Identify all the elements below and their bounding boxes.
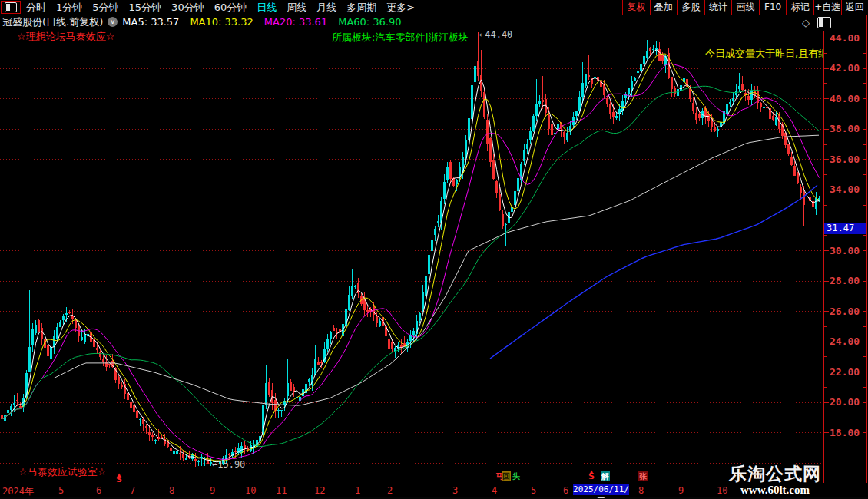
price-label-34.00: 34.00 bbox=[830, 183, 860, 195]
price-label-26.00: 26.00 bbox=[830, 306, 860, 317]
price-label-36.00: 36.00 bbox=[830, 154, 860, 165]
sell-signal-S: ▲S bbox=[116, 473, 122, 482]
panel-toggle-icon[interactable] bbox=[817, 17, 831, 28]
low-price-label: ←15.90 bbox=[212, 459, 245, 470]
month-label-7: 7 bbox=[130, 485, 135, 496]
period-tab-周线[interactable]: 周线 bbox=[287, 0, 306, 15]
volume-note: 今日成交量大于昨日,且有继续 bbox=[705, 47, 823, 61]
watermark: 乐淘公式网 www.60lt.com bbox=[724, 464, 827, 496]
month-label-5: 5 bbox=[531, 485, 536, 496]
sell-signal-S: ▲S bbox=[588, 470, 595, 479]
period-tab-60分钟[interactable]: 60分钟 bbox=[214, 0, 247, 15]
toolbar-button-标记[interactable]: 标记 bbox=[786, 0, 813, 15]
period-tab-日线[interactable]: 日线 bbox=[257, 0, 277, 15]
month-label-9: 9 bbox=[210, 485, 215, 496]
month-label-9: 9 bbox=[678, 485, 684, 496]
toolbar-button-画线[interactable]: 画线 bbox=[731, 0, 759, 15]
info-bar: 冠盛股份(日线.前复权) v MA5: 33.57MA10: 33.32MA20… bbox=[0, 15, 868, 29]
toolbar-button-+自选[interactable]: +自选 bbox=[813, 0, 841, 15]
period-tab-分时[interactable]: 分时 bbox=[26, 0, 46, 15]
ma-values: MA5: 33.57MA10: 33.32MA20: 33.61MA60: 36… bbox=[122, 16, 412, 28]
forum-banner-top: ☆理想论坛马泰效应☆ bbox=[17, 30, 114, 44]
corner-icons: ◇ bbox=[802, 17, 831, 28]
month-label-5: 5 bbox=[58, 485, 64, 496]
month-label-2024年: 2024年 bbox=[2, 485, 34, 498]
price-label-42.00: 42.00 bbox=[830, 62, 860, 74]
board-info: 所属板块:汽车零部件|浙江板块 bbox=[332, 31, 469, 45]
month-label-1: 1 bbox=[355, 485, 360, 496]
toolbar-buttons: 复权叠加多股统计画线F10标记+自选返回 bbox=[622, 0, 868, 15]
signal-box-hui: 回 bbox=[502, 471, 511, 481]
price-label-30.00: 30.00 bbox=[830, 245, 860, 256]
split-panel-icon[interactable] bbox=[1, 1, 21, 14]
toolbar-button-F10[interactable]: F10 bbox=[759, 0, 787, 15]
watermark-title: 乐淘公式网 bbox=[724, 464, 827, 484]
period-tab-多周期[interactable]: 多周期 bbox=[346, 0, 376, 15]
price-label-24.00: 24.00 bbox=[830, 335, 860, 347]
price-label-44.00: 44.00 bbox=[830, 32, 860, 44]
price-label-18.00: 18.00 bbox=[830, 427, 860, 438]
month-label-11: 11 bbox=[276, 485, 287, 496]
period-tab-月线[interactable]: 月线 bbox=[316, 0, 336, 15]
price-label-20.00: 20.00 bbox=[830, 396, 860, 408]
stock-chart-app: 分时1分钟5分钟15分钟30分钟60分钟日线周线月线多周期更多> 复权叠加多股统… bbox=[0, 0, 868, 499]
period-tab-1分钟[interactable]: 1分钟 bbox=[56, 0, 82, 15]
toolbar-button-多股[interactable]: 多股 bbox=[677, 0, 704, 15]
toolbar-button-叠加[interactable]: 叠加 bbox=[650, 0, 678, 15]
peak-price-label: ←44.40 bbox=[479, 29, 512, 40]
chevron-down-circle-icon[interactable]: v bbox=[108, 17, 118, 27]
month-label-8: 8 bbox=[638, 485, 644, 496]
crosshair-date-box: 2025/06/11/三 bbox=[573, 484, 629, 495]
price-label-22.00: 22.00 bbox=[830, 366, 860, 378]
signal-box-jie: 解 bbox=[601, 471, 610, 481]
period-tab-15分钟[interactable]: 15分钟 bbox=[129, 0, 162, 15]
price-label-40.00: 40.00 bbox=[830, 93, 860, 104]
period-tab-30分钟[interactable]: 30分钟 bbox=[171, 0, 204, 15]
diamond-icon[interactable]: ◇ bbox=[802, 17, 810, 28]
lab-banner-bottom: ☆马泰效应试验室☆ bbox=[18, 465, 106, 479]
ma-value-MA60: MA60: 36.90 bbox=[338, 16, 401, 28]
toolbar-button-返回[interactable]: 返回 bbox=[841, 0, 868, 15]
period-tabs: 分时1分钟5分钟15分钟30分钟60分钟日线周线月线多周期更多> bbox=[26, 0, 415, 15]
toolbar-button-统计[interactable]: 统计 bbox=[704, 0, 732, 15]
watermark-url: www.60lt.com bbox=[724, 484, 827, 496]
signal-char-right: 头 bbox=[512, 471, 520, 481]
month-label-8: 8 bbox=[169, 485, 174, 496]
toolbar-button-复权[interactable]: 复权 bbox=[622, 0, 650, 15]
ma-value-MA5: MA5: 33.57 bbox=[122, 16, 179, 28]
month-label-6: 6 bbox=[96, 485, 101, 496]
month-label-6: 6 bbox=[563, 485, 568, 496]
ma-value-MA20: MA20: 33.61 bbox=[264, 16, 327, 28]
crosshair-price-box: 31.47 bbox=[824, 223, 866, 234]
ma-value-MA10: MA10: 33.32 bbox=[190, 16, 253, 28]
month-label-2: 2 bbox=[387, 485, 393, 496]
signal-box-zhang: 张 bbox=[638, 471, 648, 481]
candlestick-chart[interactable] bbox=[0, 0, 868, 499]
month-label-3: 3 bbox=[452, 485, 458, 496]
month-label-12: 12 bbox=[314, 485, 325, 496]
period-tab-更多>[interactable]: 更多> bbox=[386, 0, 415, 15]
month-label-10: 10 bbox=[245, 485, 256, 496]
price-label-28.00: 28.00 bbox=[830, 275, 860, 286]
price-label-38.00: 38.00 bbox=[830, 123, 860, 134]
stock-title: 冠盛股份(日线.前复权) bbox=[2, 15, 103, 29]
up-arrow-icon: ▲ bbox=[588, 470, 595, 474]
period-toolbar: 分时1分钟5分钟15分钟30分钟60分钟日线周线月线多周期更多> 复权叠加多股统… bbox=[0, 0, 868, 15]
period-tab-5分钟[interactable]: 5分钟 bbox=[92, 0, 118, 15]
month-label-4: 4 bbox=[492, 485, 497, 496]
up-arrow-icon: ▲ bbox=[116, 473, 122, 478]
